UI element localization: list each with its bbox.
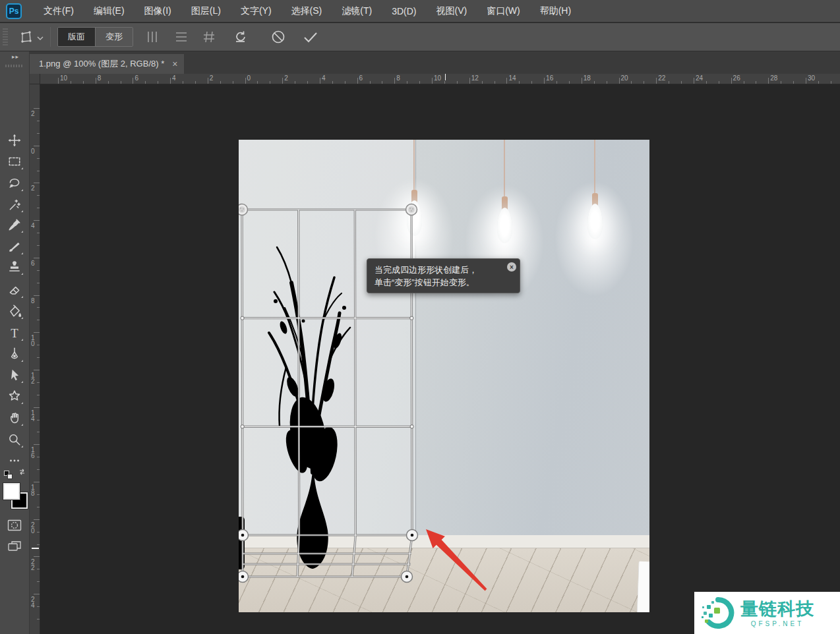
menu-bar: Ps 文件(F)编辑(E)图像(I)图层(L)文字(Y)选择(S)滤镜(T)3D… — [0, 0, 840, 22]
perspective-warp-icon — [18, 29, 34, 45]
horizontal-ruler[interactable]: 108642024681012141618202224262830 — [40, 74, 840, 84]
options-bar: 版面 变形 — [0, 23, 840, 51]
layout-warp-segmented-control: 版面 变形 — [57, 27, 133, 47]
coaching-tooltip: 当完成四边形形状创建后， 单击“变形”按钮开始变形。 × — [367, 258, 520, 293]
hand-tool[interactable] — [5, 408, 24, 427]
menu-item-7[interactable]: 3D(D) — [382, 0, 426, 22]
zoom-tool[interactable] — [5, 430, 24, 449]
menu-item-0[interactable]: 文件(F) — [34, 0, 84, 22]
grid-icon[interactable] — [199, 27, 219, 47]
vertical-split-icon[interactable] — [142, 27, 162, 47]
lasso-tool[interactable] — [5, 173, 24, 192]
eraser-tool[interactable] — [5, 280, 24, 299]
document-canvas[interactable] — [239, 140, 649, 612]
eyedropper-tool[interactable] — [5, 215, 24, 234]
tooltip-line-1: 当完成四边形形状创建后， — [375, 264, 502, 276]
ruler-cursor-marker — [32, 548, 39, 549]
screen-mode-button[interactable] — [5, 538, 24, 555]
annotation-arrow — [239, 140, 649, 612]
document-tab-bar: 1.png @ 100% (图层 2, RGB/8) * × — [30, 51, 840, 74]
tooltip-close-icon[interactable]: × — [507, 262, 516, 272]
panel-grip — [3, 28, 8, 45]
photoshop-window: Ps 文件(F)编辑(E)图像(I)图层(L)文字(Y)选择(S)滤镜(T)3D… — [0, 0, 840, 634]
type-tool[interactable]: T — [5, 323, 24, 342]
foreground-color-swatch[interactable] — [3, 483, 20, 500]
menu-item-6[interactable]: 滤镜(T) — [332, 0, 382, 22]
canvas-viewport[interactable]: 当完成四边形形状创建后， 单击“变形”按钮开始变形。 × — [40, 84, 840, 634]
reset-icon[interactable] — [231, 27, 251, 47]
menu-item-2[interactable]: 图像(I) — [135, 0, 181, 22]
mini-background-swatch — [7, 474, 13, 479]
photoshop-logo: Ps — [6, 3, 22, 19]
warp-mode-button[interactable]: 变形 — [95, 28, 133, 46]
swap-colors-icon — [20, 469, 24, 475]
magic-wand-tool[interactable] — [5, 194, 24, 214]
tool-panel: ▸▸ T — [0, 51, 30, 634]
menu-item-1[interactable]: 编辑(E) — [84, 0, 135, 22]
rectangular-marquee-tool[interactable] — [5, 152, 24, 171]
menu-item-4[interactable]: 文字(Y) — [231, 0, 282, 22]
layout-mode-button[interactable]: 版面 — [58, 28, 95, 46]
color-swatches — [3, 481, 29, 513]
tab-close-icon[interactable]: × — [172, 59, 177, 69]
panel-collapse-icon[interactable]: ▸▸ — [12, 53, 19, 60]
paint-bucket-tool[interactable] — [5, 301, 24, 320]
brush-tool[interactable] — [5, 237, 24, 256]
quick-mask-button[interactable] — [5, 517, 24, 534]
ruler-origin-box[interactable] — [30, 74, 40, 84]
document-tab-title: 1.png @ 100% (图层 2, RGB/8) * — [39, 58, 164, 70]
menu-item-8[interactable]: 视图(V) — [426, 0, 477, 22]
menu-item-10[interactable]: 帮助(H) — [530, 0, 581, 22]
commit-icon[interactable] — [301, 27, 320, 47]
horizontal-split-icon[interactable] — [171, 27, 191, 47]
menu-item-9[interactable]: 窗口(W) — [477, 0, 530, 22]
more-tools-icon[interactable] — [5, 451, 24, 470]
clone-stamp-tool[interactable] — [5, 257, 24, 276]
document-tab[interactable]: 1.png @ 100% (图层 2, RGB/8) * × — [30, 54, 184, 74]
path-select-tool[interactable] — [5, 365, 24, 384]
default-colors-icon[interactable] — [4, 468, 26, 478]
cancel-icon[interactable] — [268, 27, 288, 47]
custom-shape-tool[interactable] — [5, 386, 24, 405]
panel-grip — [5, 65, 24, 67]
watermark: 量链科技 QFSP.NET — [694, 592, 840, 634]
watermark-domain: QFSP.NET — [740, 620, 814, 627]
ruler-cursor-marker — [445, 74, 446, 80]
menu-item-3[interactable]: 图层(L) — [181, 0, 231, 22]
watermark-logo-icon — [701, 596, 735, 630]
menu-item-5[interactable]: 选择(S) — [282, 0, 332, 22]
pen-tool[interactable] — [5, 344, 24, 363]
chevron-down-icon[interactable] — [37, 31, 44, 43]
separator — [50, 27, 51, 47]
vertical-ruler[interactable]: 2024681 01 21 41 61 82 02 22 4 — [30, 84, 40, 634]
watermark-brand: 量链科技 — [740, 599, 814, 619]
tooltip-line-2: 单击“变形”按钮开始变形。 — [375, 276, 502, 289]
move-tool[interactable] — [5, 130, 24, 150]
svg-text:T: T — [11, 326, 18, 339]
